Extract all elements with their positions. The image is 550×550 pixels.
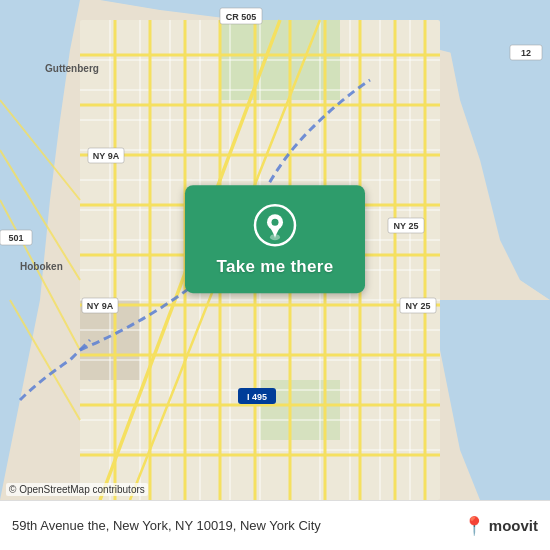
svg-marker-0	[0, 0, 80, 500]
svg-point-79	[272, 219, 279, 226]
moovit-section: 📍 moovit	[463, 515, 538, 537]
svg-text:Guttenberg: Guttenberg	[45, 63, 99, 74]
svg-marker-3	[430, 300, 550, 500]
svg-text:NY 25: NY 25	[406, 301, 431, 311]
map-container: CR 505 NY 9A NY 9A NY 25 NY 25 I 495 Gut…	[0, 0, 550, 500]
svg-text:12: 12	[521, 48, 531, 58]
svg-text:NY 9A: NY 9A	[87, 301, 114, 311]
address-text: 59th Avenue the, New York, NY 10019, New…	[12, 518, 321, 533]
address-section: 59th Avenue the, New York, NY 10019, New…	[12, 518, 463, 533]
moovit-logo: moovit	[489, 517, 538, 534]
location-pin-icon	[253, 203, 297, 247]
osm-attribution: © OpenStreetMap contributors	[6, 483, 148, 496]
svg-text:501: 501	[8, 233, 23, 243]
svg-text:CR 505: CR 505	[226, 12, 257, 22]
svg-text:I 495: I 495	[247, 392, 267, 402]
moovit-pin-icon: 📍	[463, 515, 485, 537]
take-me-there-button[interactable]: Take me there	[217, 255, 334, 279]
button-overlay: Take me there	[185, 185, 365, 293]
bottom-bar: 59th Avenue the, New York, NY 10019, New…	[0, 500, 550, 550]
location-card[interactable]: Take me there	[185, 185, 365, 293]
svg-text:NY 9A: NY 9A	[93, 151, 120, 161]
svg-text:Hoboken: Hoboken	[20, 261, 63, 272]
svg-text:NY 25: NY 25	[394, 221, 419, 231]
